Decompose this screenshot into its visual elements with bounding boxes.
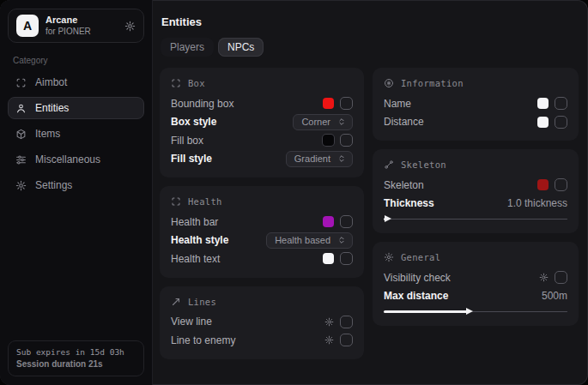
- color-swatch[interactable]: [537, 117, 549, 128]
- health-style-dropdown[interactable]: Health based: [266, 232, 353, 249]
- line-to-enemy-checkbox[interactable]: [340, 334, 353, 346]
- dropdown-value: Gradient: [294, 153, 330, 164]
- card-title: Box: [188, 78, 205, 88]
- sidebar-item-label: Miscellaneous: [35, 153, 100, 165]
- tab-npcs[interactable]: NPCs: [218, 38, 264, 57]
- entities-icon: [15, 103, 27, 114]
- app-window: A Arcane for PIONER Category Aim: [0, 0, 588, 385]
- view-line-checkbox[interactable]: [340, 316, 353, 328]
- info-asterisk-icon: [384, 78, 394, 88]
- setting-label: Skeleton: [384, 179, 424, 191]
- app-logo-card: A Arcane for PIONER: [8, 9, 144, 43]
- box-style-dropdown[interactable]: Corner: [293, 114, 353, 130]
- sidebar-item-settings[interactable]: Settings: [8, 174, 144, 196]
- setting-label: Max distance: [384, 290, 448, 302]
- sidebar-item-miscellaneous[interactable]: Miscellaneous: [8, 148, 144, 171]
- setting-row-visibility-check: Visibility check: [384, 268, 567, 287]
- setting-label: Bounding box: [171, 98, 233, 110]
- sliders-icon: [15, 154, 27, 165]
- chevrons-up-down-icon: [337, 236, 346, 244]
- slider-handle[interactable]: [385, 215, 391, 222]
- page-title: Entities: [161, 15, 579, 28]
- setting-row-health-text: Health text: [171, 250, 353, 268]
- setting-row-box-style: Box style Corner: [171, 113, 353, 132]
- setting-row-health-style: Health style Health based: [171, 232, 353, 250]
- tab-players[interactable]: Players: [161, 38, 214, 57]
- card-title: Health: [188, 196, 222, 207]
- gear-icon: [384, 252, 394, 262]
- card-information: Information Name Distance: [373, 68, 579, 141]
- setting-row-bounding-box: Bounding box: [171, 94, 353, 113]
- color-swatch[interactable]: [323, 98, 334, 109]
- max-distance-value: 500m: [542, 290, 567, 302]
- session-duration-text: Session duration 21s: [16, 359, 136, 369]
- card-title: General: [401, 252, 440, 262]
- slider-track[interactable]: [384, 219, 567, 220]
- sidebar-item-label: Aimbot: [35, 76, 67, 88]
- setting-row-name: Name: [384, 94, 567, 113]
- max-distance-slider[interactable]: [384, 307, 567, 316]
- distance-checkbox[interactable]: [555, 116, 567, 129]
- setting-label: Thickness: [384, 197, 434, 209]
- color-swatch[interactable]: [323, 216, 334, 227]
- setting-label: Line to enemy: [171, 334, 235, 346]
- aimbot-icon: [15, 77, 27, 88]
- app-subtitle: for PIONER: [45, 27, 91, 38]
- setting-label: Fill box: [171, 135, 203, 147]
- subscription-card: Sub expires in 15d 03h Session duration …: [8, 340, 144, 376]
- dropdown-value: Health based: [275, 235, 330, 245]
- setting-row-thickness: Thickness 1.0 thickness: [384, 195, 567, 214]
- box-corners-icon: [171, 196, 181, 207]
- visibility-check-checkbox[interactable]: [555, 271, 567, 284]
- sidebar-nav: Aimbot Entities Items: [8, 71, 144, 196]
- gear-icon[interactable]: [539, 273, 549, 282]
- fill-box-checkbox[interactable]: [340, 134, 353, 147]
- chevrons-up-down-icon: [337, 154, 346, 163]
- card-title: Information: [401, 78, 464, 88]
- tab-bar: Players NPCs: [161, 38, 579, 57]
- skeleton-checkbox[interactable]: [555, 178, 567, 191]
- chevrons-up-down-icon: [337, 117, 346, 126]
- box-corners-icon: [171, 78, 181, 88]
- bounding-box-checkbox[interactable]: [340, 97, 353, 110]
- setting-label: View line: [171, 316, 212, 328]
- app-logo: A: [16, 15, 39, 37]
- color-swatch[interactable]: [323, 253, 334, 264]
- sidebar-item-aimbot[interactable]: Aimbot: [8, 71, 144, 93]
- setting-label: Distance: [384, 116, 424, 128]
- sidebar-item-label: Items: [35, 128, 60, 140]
- fill-style-dropdown[interactable]: Gradient: [286, 151, 353, 167]
- health-text-checkbox[interactable]: [340, 252, 353, 265]
- card-skeleton: Skeleton Skeleton Thickness 1.0 thicknes…: [373, 149, 579, 233]
- setting-row-line-to-enemy: Line to enemy: [171, 331, 353, 350]
- sub-expiry-text: Sub expires in 15d 03h: [16, 347, 136, 357]
- card-box: Box Bounding box Box style Corner: [160, 68, 364, 177]
- gear-icon[interactable]: [324, 335, 334, 345]
- setting-label: Health style: [171, 234, 228, 246]
- items-icon: [15, 129, 27, 140]
- setting-label: Visibility check: [384, 272, 451, 284]
- sidebar-item-entities[interactable]: Entities: [8, 97, 144, 119]
- color-swatch[interactable]: [537, 98, 549, 109]
- color-swatch[interactable]: [323, 135, 334, 146]
- slider-handle[interactable]: [466, 308, 473, 315]
- gear-icon[interactable]: [324, 317, 334, 327]
- card-lines: Lines View line: [160, 286, 364, 359]
- diagonal-line-icon: [171, 297, 181, 307]
- setting-label: Fill style: [171, 153, 212, 165]
- color-swatch[interactable]: [537, 179, 549, 190]
- setting-row-view-line: View line: [171, 313, 353, 332]
- thickness-slider[interactable]: [384, 214, 567, 223]
- setting-row-skeleton: Skeleton: [384, 176, 567, 195]
- card-general: General Visibility check: [373, 242, 579, 326]
- app-name: Arcane: [45, 15, 91, 27]
- name-checkbox[interactable]: [555, 97, 567, 110]
- gear-icon[interactable]: [124, 21, 136, 32]
- setting-row-max-distance: Max distance 500m: [384, 287, 567, 306]
- health-bar-checkbox[interactable]: [340, 215, 353, 228]
- main-panel: Entities Players NPCs Box: [153, 0, 588, 385]
- sidebar-item-items[interactable]: Items: [8, 123, 144, 145]
- setting-row-fill-style: Fill style Gradient: [171, 150, 353, 169]
- sidebar-item-label: Settings: [35, 179, 72, 191]
- thickness-value: 1.0 thickness: [507, 197, 567, 209]
